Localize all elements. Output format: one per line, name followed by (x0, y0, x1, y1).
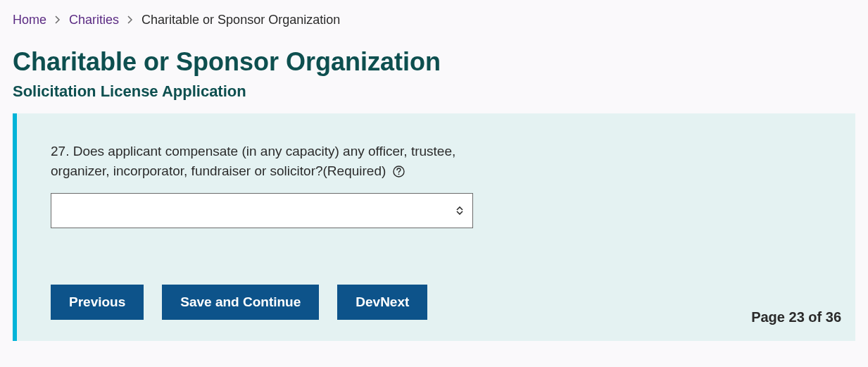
page-indicator: Page 23 of 36 (751, 309, 841, 325)
breadcrumb-charities[interactable]: Charities (69, 13, 119, 27)
breadcrumb: Home Charities Charitable or Sponsor Org… (13, 13, 855, 27)
help-icon[interactable] (393, 166, 405, 178)
button-row: Previous Save and Continue DevNext (51, 285, 822, 320)
breadcrumb-current: Charitable or Sponsor Organization (141, 13, 340, 27)
previous-button[interactable]: Previous (51, 285, 144, 320)
devnext-button[interactable]: DevNext (337, 285, 427, 320)
page-subtitle: Solicitation License Application (13, 82, 855, 101)
chevron-right-icon (127, 15, 133, 26)
page-title: Charitable or Sponsor Organization (13, 47, 855, 77)
select-wrap (51, 193, 473, 228)
compensation-select[interactable] (51, 193, 473, 228)
chevron-right-icon (55, 15, 61, 26)
form-panel: 27. Does applicant compensate (in any ca… (13, 113, 855, 341)
breadcrumb-home[interactable]: Home (13, 13, 46, 27)
svg-point-1 (398, 173, 399, 175)
question-label: 27. Does applicant compensate (in any ca… (51, 142, 487, 180)
save-continue-button[interactable]: Save and Continue (162, 285, 319, 320)
